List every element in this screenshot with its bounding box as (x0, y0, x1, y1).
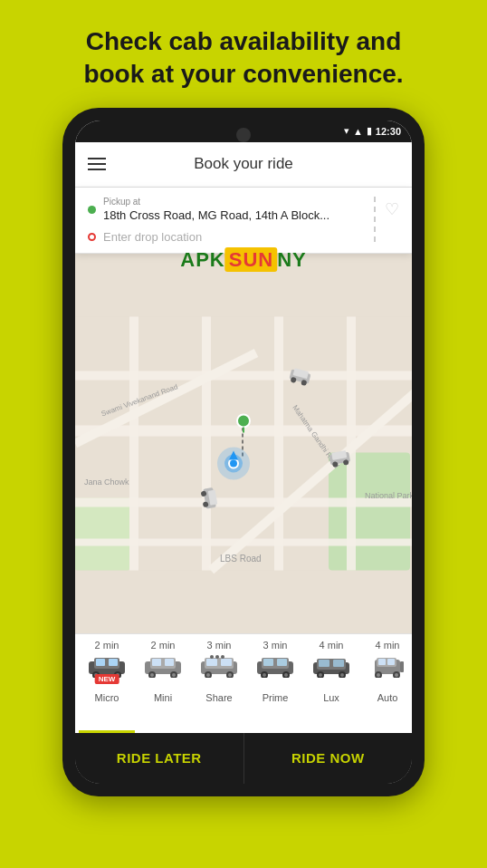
time-display: 12:30 (376, 126, 401, 137)
pickup-row: Pickup at 18th Cross Road, MG Road, 14th… (88, 197, 399, 223)
route-dashed-line (374, 197, 376, 242)
svg-point-63 (221, 655, 224, 659)
signal-icon: ▲ (353, 126, 363, 137)
location-bar: Pickup at 18th Cross Road, MG Road, 14th… (75, 188, 412, 254)
svg-rect-55 (206, 659, 217, 666)
svg-rect-7 (129, 316, 138, 570)
svg-text:Jana Chowk: Jana Chowk (84, 477, 129, 486)
svg-rect-56 (221, 659, 232, 666)
svg-rect-67 (277, 659, 287, 666)
ride-later-button[interactable]: RIDE LATER (75, 733, 244, 784)
mini-label: Mini (154, 692, 172, 703)
svg-point-59 (206, 673, 210, 677)
phone-screen: ▾ ▲ ▮ 12:30 Book your ride (75, 121, 412, 784)
micro-label: Micro (95, 692, 119, 703)
svg-rect-39 (96, 659, 105, 666)
svg-rect-82 (378, 659, 386, 665)
svg-point-86 (377, 673, 380, 677)
drop-row[interactable]: Enter drop location (88, 230, 399, 244)
svg-point-87 (395, 673, 398, 677)
phone-frame: APKSUNNY ▾ ▲ ▮ 12:30 Book your ride (62, 108, 425, 796)
svg-point-71 (284, 673, 288, 677)
svg-rect-83 (387, 659, 395, 665)
auto-label: Auto (377, 692, 398, 703)
pickup-label: Pickup at (103, 197, 329, 207)
micro-car-icon: NEW (87, 654, 127, 678)
pickup-dot-icon (88, 206, 96, 214)
svg-rect-5 (75, 497, 412, 506)
auto-time: 4 min (376, 640, 400, 651)
svg-point-78 (319, 673, 322, 677)
ride-option-auto[interactable]: 4 min (359, 640, 412, 733)
ride-option-lux[interactable]: 4 min (303, 640, 359, 733)
mini-car-icon (143, 654, 183, 678)
lux-label: Lux (323, 692, 339, 703)
svg-point-52 (172, 673, 176, 677)
svg-point-51 (150, 673, 154, 677)
ride-options-list: 2 min (75, 634, 412, 733)
ride-now-button[interactable]: RIDE NOW (244, 733, 413, 784)
map-svg: LBS Road National Park Jana Chowk Swami … (75, 254, 412, 633)
svg-rect-66 (263, 659, 273, 666)
wifi-icon: ▾ (344, 125, 349, 137)
phone-notch (236, 128, 251, 142)
drop-placeholder: Enter drop location (103, 230, 202, 244)
pickup-address: 18th Cross Road, MG Road, 14th A Block..… (103, 208, 329, 222)
mini-time: 2 min (151, 640, 176, 651)
drop-dot-icon (88, 233, 96, 241)
svg-rect-8 (202, 316, 211, 570)
ride-now-label: RIDE NOW (291, 750, 365, 766)
svg-rect-40 (109, 659, 118, 666)
share-time: 3 min (207, 640, 232, 651)
svg-point-31 (237, 414, 250, 427)
share-car-icon (199, 654, 239, 678)
micro-time: 2 min (95, 640, 119, 651)
ride-option-share[interactable]: 3 min (191, 640, 247, 733)
prime-car-icon (255, 654, 295, 678)
map-area[interactable]: LBS Road National Park Jana Chowk Swami … (75, 254, 412, 633)
svg-rect-75 (333, 660, 344, 667)
pickup-info: Pickup at 18th Cross Road, MG Road, 14th… (103, 197, 329, 223)
prime-label: Prime (263, 692, 289, 703)
ride-option-mini[interactable]: 2 min (135, 640, 191, 733)
ride-later-label: RIDE LATER (117, 750, 202, 766)
page-background: Check cab availability andbook at your c… (0, 0, 487, 796)
lux-car-icon (311, 654, 351, 678)
new-badge: NEW (95, 674, 119, 684)
svg-rect-2 (75, 497, 129, 570)
hamburger-menu[interactable] (88, 158, 106, 170)
svg-point-35 (229, 458, 238, 468)
auto-car-icon (368, 654, 407, 678)
lux-time: 4 min (320, 640, 344, 651)
svg-point-62 (215, 655, 219, 659)
svg-text:LBS Road: LBS Road (220, 553, 262, 563)
page-title: Book your ride (194, 155, 293, 173)
ride-option-prime[interactable]: 3 min (247, 640, 303, 733)
svg-rect-88 (400, 661, 404, 672)
svg-point-61 (210, 655, 214, 659)
svg-rect-9 (274, 316, 283, 570)
svg-rect-48 (165, 659, 174, 666)
share-label: Share (205, 692, 232, 703)
ride-option-micro[interactable]: 2 min (79, 640, 135, 733)
favorite-icon[interactable]: ♡ (385, 199, 399, 219)
svg-rect-1 (329, 452, 410, 570)
ride-panel: 2 min (75, 633, 412, 733)
svg-rect-47 (152, 659, 161, 666)
app-header: Book your ride (75, 142, 412, 188)
svg-rect-74 (319, 660, 329, 667)
svg-point-79 (340, 673, 344, 677)
headline: Check cab availability andbook at your c… (0, 0, 487, 108)
svg-point-60 (228, 673, 232, 677)
svg-text:National Park: National Park (365, 490, 412, 499)
svg-point-70 (263, 673, 266, 677)
battery-icon: ▮ (367, 125, 372, 137)
prime-time: 3 min (263, 640, 288, 651)
svg-rect-3 (75, 371, 412, 380)
bottom-buttons: RIDE LATER RIDE NOW (75, 733, 412, 784)
